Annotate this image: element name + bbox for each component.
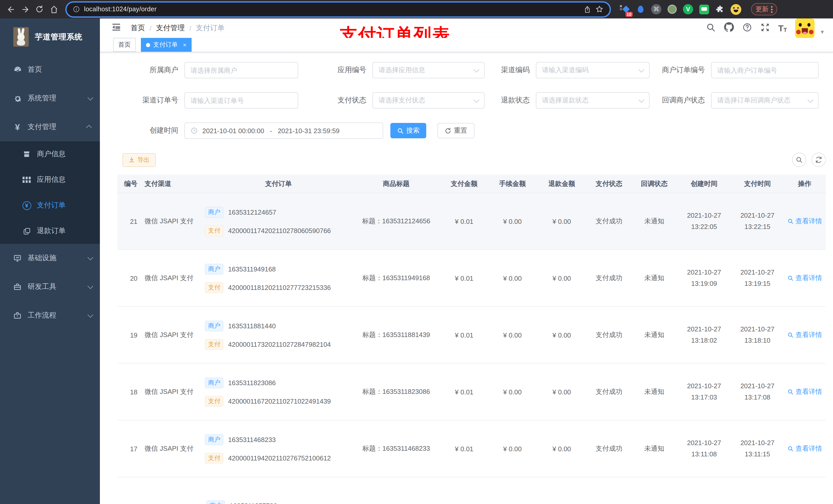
search-button[interactable]: 搜索 [390,123,426,138]
view-detail-link[interactable]: 查看详情 [787,444,822,453]
pay-order-table: 编号 支付渠道 支付订单 商品标题 支付金额 手续金额 退款金额 支付状态 回调… [117,175,826,504]
sidebar-item-pay[interactable]: ¥ 支付管理 [0,113,100,141]
app-select[interactable]: 请选择应用信息 [373,62,485,78]
view-detail-link[interactable]: 查看详情 [787,330,822,340]
vue-extension-icon[interactable]: V [682,4,694,15]
toolbox-icon [12,283,23,291]
table-toolbar: 导出 [110,153,833,167]
channel-order-no-input[interactable] [185,92,298,109]
storefront-icon [22,150,32,158]
app-label: 应用编号 [298,66,373,75]
view-detail-link[interactable]: 查看详情 [787,217,822,226]
date-end: 2021-10-31 23:59:59 [278,127,339,135]
puzzle-extensions-icon[interactable] [714,4,725,15]
command-extension-icon[interactable]: ⌘ [651,4,662,15]
chevron-down-icon [639,67,644,72]
notify-text: 未通知 [632,387,677,397]
profile-avatar-icon[interactable] [730,4,741,15]
browser-reload-icon[interactable] [33,3,46,16]
merchant-input[interactable] [185,62,298,78]
notify-text: 未通知 [632,217,677,226]
github-icon[interactable] [724,22,734,34]
channel-code-select[interactable]: 请输入渠道编码 [536,62,649,78]
app-logo[interactable]: 芋道管理系统 [0,19,100,55]
sidebar-item-refund-order[interactable]: 退款订单 [0,218,100,244]
magnifier-icon [787,389,793,395]
chat-extension-icon[interactable] [698,4,710,15]
tabs-extension-icon[interactable]: 10 [619,4,630,15]
refund-status-label: 退款状态 [485,96,536,105]
table-row[interactable]: 商户1635311357786 [117,477,826,504]
refresh-icon [815,156,822,163]
font-size-icon[interactable]: TT [778,24,787,32]
share-icon[interactable] [584,5,591,13]
breadcrumb-home[interactable]: 首页 [130,24,145,33]
tag-pay-order[interactable]: 支付订单 × [141,38,192,52]
merchant-label: 所属商户 [110,66,185,75]
magnifier-icon [787,446,793,452]
table-row[interactable]: 17 微信 JSAPI 支付 商户1635311468233 支付4200001… [117,421,826,477]
refund-status-select[interactable]: 请选择退款状态 [536,92,649,109]
yen-icon: ¥ [12,123,23,131]
tag-close-icon[interactable]: × [183,41,187,48]
green-dot-extension-icon[interactable] [667,4,678,15]
pay-status-select[interactable]: 请选择支付状态 [373,92,485,109]
show-search-toggle-button[interactable] [792,153,806,167]
monitor-icon [12,254,23,262]
tag-dot [146,43,150,47]
balloon-extension-icon[interactable] [635,4,646,15]
sidebar-item-system[interactable]: 系统管理 [0,84,100,113]
documents-icon [22,227,32,235]
table-header: 编号 支付渠道 支付订单 商品标题 支付金额 手续金额 退款金额 支付状态 回调… [117,175,826,193]
browser-home-icon[interactable] [47,3,61,16]
table-row[interactable]: 18 微信 JSAPI 支付 商户1635311823086 支付4200001… [117,364,826,421]
yen-circle-icon: ¥ [22,201,32,210]
merchant-tag: 商户 [205,434,223,445]
browser-forward-icon[interactable] [19,3,32,16]
hamburger-icon[interactable] [111,22,121,34]
merchant-order-no-input[interactable] [711,62,819,78]
tags-view-bar: 首页 支付订单 × [100,38,833,52]
view-detail-link[interactable]: 查看详情 [787,387,822,397]
browser-update-button[interactable]: 更新 [751,3,777,15]
search-icon[interactable] [706,22,716,34]
sidebar-item-workflow[interactable]: 工作流程 [0,301,100,330]
user-caret-icon[interactable]: ▼ [820,29,825,34]
user-avatar[interactable] [795,19,814,38]
notify-text: 未通知 [632,273,677,283]
export-button[interactable]: 导出 [122,153,156,167]
sidebar-item-home[interactable]: 首页 [0,55,100,84]
view-detail-link[interactable]: 查看详情 [787,273,822,283]
table-row[interactable]: 19 微信 JSAPI 支付 商户1635311881440 支付4200001… [117,307,826,364]
table-row[interactable]: 20 微信 JSAPI 支付 商户1635311949168 支付4200001… [117,250,826,307]
breadcrumb-current: 支付订单 [196,24,224,33]
status-text: 支付成功 [586,387,632,397]
create-time-range[interactable]: 2021-10-01 00:00:00 - 2021-10-31 23:59:5… [185,122,383,139]
sidebar-item-merchant-info[interactable]: 商户信息 [0,141,100,167]
browser-back-icon[interactable] [4,3,18,16]
refresh-table-button[interactable] [811,153,826,167]
sidebar-item-infra[interactable]: 基础设施 [0,244,100,272]
notify-status-select[interactable]: 请选择订单回调商户状态 [711,92,819,109]
browser-menu-icon[interactable] [771,6,772,13]
table-row[interactable]: 21 微信 JSAPI 支付 商户1635312124657 支付4200001… [117,193,826,250]
breadcrumb-pay[interactable]: 支付管理 [156,24,185,33]
briefcase-icon [12,311,23,320]
sidebar-item-dev-tools[interactable]: 研发工具 [0,272,100,301]
sidebar-item-pay-order[interactable]: ¥ 支付订单 [0,193,100,218]
sidebar-item-app-info[interactable]: 应用信息 [0,167,100,193]
tag-home[interactable]: 首页 [113,38,136,52]
sidebar-submenu: 商户信息 应用信息 ¥ 支付订单 退款订单 [0,141,100,244]
address-bar[interactable]: localhost:1024/pay/order [67,2,610,16]
create-time-label: 创建时间 [110,126,185,135]
channel-code-label: 渠道编码 [485,66,536,75]
breadcrumb: 首页 / 支付管理 / 支付订单 [130,24,224,33]
fullscreen-icon[interactable] [760,22,770,34]
url-text[interactable]: localhost:1024/pay/order [84,6,579,13]
status-text: 支付成功 [586,444,632,453]
site-info-icon[interactable] [73,6,80,13]
chevron-down-icon [808,97,813,103]
reset-button[interactable]: 重置 [437,123,474,138]
help-icon[interactable] [742,22,752,34]
bookmark-star-icon[interactable] [595,5,603,13]
